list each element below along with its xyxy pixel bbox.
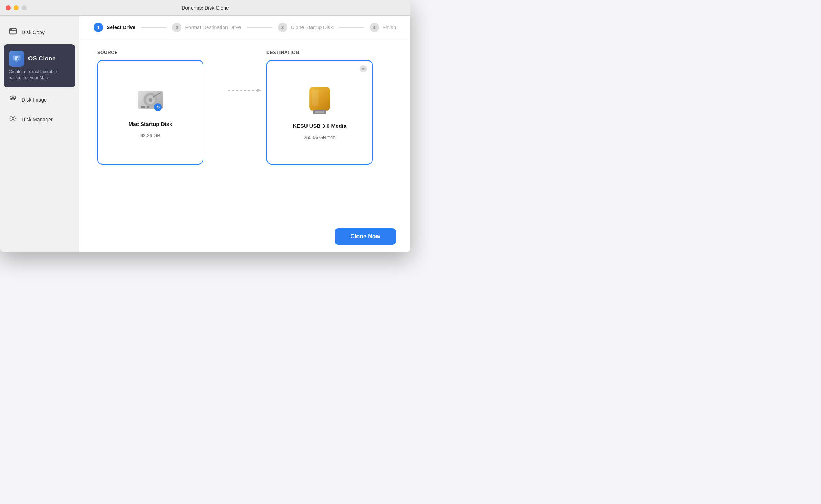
step-4-label: Finish [383, 24, 396, 30]
clone-button-bar: Clone Now [79, 221, 410, 252]
sidebar-item-disk-copy-label: Disk Copy [22, 30, 45, 35]
source-drive-size: 92.29 GB [140, 133, 160, 138]
svg-text:↻: ↻ [156, 105, 159, 109]
step-1-number: 1 [94, 23, 103, 32]
os-clone-icon [9, 51, 24, 67]
window-title: Donemax Disk Clone [181, 5, 229, 11]
svg-marker-21 [257, 89, 261, 92]
destination-section: DESTINATION × [266, 50, 392, 165]
main-content: 1 Select Drive 2 Format Destination Driv… [79, 16, 410, 252]
step-3-number: 3 [278, 23, 287, 32]
destination-close-button[interactable]: × [360, 65, 367, 72]
app-body: Disk Copy OS Clone Create an exact boo [0, 16, 410, 252]
sidebar-item-disk-manager-label: Disk Manager [22, 117, 53, 122]
source-drive-name: Mac Startup Disk [129, 121, 172, 127]
disk-copy-icon [9, 27, 17, 37]
arrow-icon [227, 86, 263, 95]
svg-rect-17 [147, 106, 149, 108]
clone-now-button[interactable]: Clone Now [335, 228, 396, 245]
close-button[interactable] [6, 5, 11, 10]
sidebar-item-disk-image-label: Disk Image [22, 97, 47, 103]
hdd-icon: ↻ [134, 86, 167, 115]
os-clone-desc: Create an exact bootable backup for your… [9, 69, 70, 81]
svg-point-8 [13, 97, 14, 98]
disk-manager-icon [9, 114, 17, 124]
step-3: 3 Clone Startup Disk [278, 23, 333, 32]
svg-rect-23 [312, 90, 318, 106]
svg-point-14 [148, 98, 152, 102]
svg-rect-16 [141, 106, 145, 108]
source-drive-card[interactable]: ↻ Mac Startup Disk 92.29 GB [97, 60, 203, 165]
usb-drive-icon [307, 85, 333, 117]
svg-point-2 [11, 29, 12, 30]
sidebar: Disk Copy OS Clone Create an exact boo [0, 16, 79, 252]
disk-image-icon [9, 95, 17, 104]
steps-bar: 1 Select Drive 2 Format Destination Driv… [79, 16, 410, 39]
destination-label: DESTINATION [266, 50, 392, 55]
source-section: SOURCE [97, 50, 223, 165]
step-connector-3 [338, 27, 364, 28]
step-connector-1 [141, 27, 166, 28]
step-4-number: 4 [370, 23, 379, 32]
step-2: 2 Format Destination Drive [172, 23, 241, 32]
sidebar-item-os-clone[interactable]: OS Clone Create an exact bootable backup… [4, 44, 75, 87]
destination-drive-size: 250.06 GB free [304, 135, 335, 140]
minimize-button[interactable] [14, 5, 19, 10]
svg-point-9 [12, 117, 14, 120]
maximize-button[interactable] [22, 5, 27, 10]
drive-area: SOURCE [79, 39, 410, 221]
traffic-lights [6, 5, 27, 10]
destination-drive-name: KESU USB 3.0 Media [293, 123, 346, 129]
arrow-connector [223, 50, 266, 95]
svg-rect-25 [315, 111, 324, 113]
os-clone-label: OS Clone [28, 55, 56, 62]
drives-row: SOURCE [97, 50, 392, 210]
title-bar: Donemax Disk Clone [0, 0, 410, 16]
sidebar-item-disk-copy[interactable]: Disk Copy [4, 24, 75, 41]
sidebar-item-disk-image[interactable]: Disk Image [4, 91, 75, 108]
source-label: SOURCE [97, 50, 223, 55]
step-3-label: Clone Startup Disk [291, 24, 333, 30]
destination-drive-card[interactable]: × [266, 60, 373, 165]
step-1: 1 Select Drive [94, 23, 135, 32]
step-4: 4 Finish [370, 23, 396, 32]
step-2-label: Format Destination Drive [185, 24, 241, 30]
step-2-number: 2 [172, 23, 181, 32]
step-connector-2 [247, 27, 272, 28]
os-clone-header: OS Clone [9, 51, 56, 67]
sidebar-item-disk-manager[interactable]: Disk Manager [4, 111, 75, 128]
step-1-label: Select Drive [107, 24, 135, 30]
